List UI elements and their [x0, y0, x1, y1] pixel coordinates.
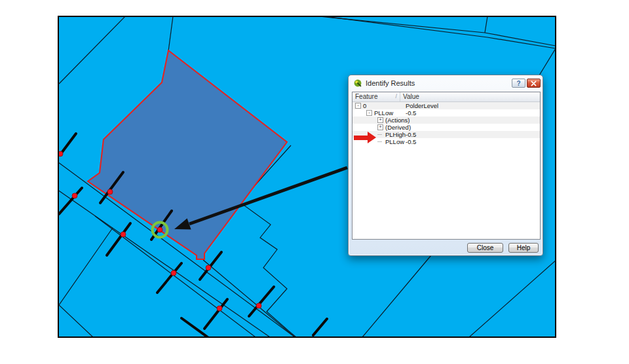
tree-row[interactable]: - PLLow -0.5	[353, 109, 540, 117]
sort-indicator-icon: /	[395, 93, 397, 101]
red-arrow-head	[368, 132, 376, 143]
expand-icon[interactable]: +	[377, 124, 383, 130]
qgis-app-icon	[353, 79, 362, 88]
identify-results-tree[interactable]: Feature / Value - 0 PolderLevel - PLLow …	[352, 92, 541, 240]
tree-header: Feature / Value	[353, 92, 540, 102]
tree-row[interactable]: + (Derived)	[353, 124, 540, 131]
collapse-icon[interactable]: -	[366, 110, 372, 116]
tree-row[interactable]: PLLow -0.5	[353, 138, 540, 145]
value-cell: -0.5	[400, 109, 416, 117]
collapse-icon[interactable]: -	[355, 103, 361, 109]
tree-rows: - 0 PolderLevel - PLLow -0.5 + (Actions)…	[353, 102, 540, 145]
value-cell: -0.5	[400, 131, 416, 138]
column-header-feature[interactable]: Feature /	[353, 92, 400, 101]
column-header-value[interactable]: Value	[400, 92, 422, 101]
tree-row[interactable]: PLHigh -0.5	[353, 131, 540, 138]
tree-branch-line	[377, 132, 383, 137]
red-arrow-annotation	[354, 132, 376, 143]
tree-row[interactable]: - 0 PolderLevel	[353, 102, 540, 109]
dialog-title: Identify Results	[366, 79, 415, 87]
titlebar-help-button[interactable]: ?	[512, 79, 525, 88]
close-icon	[531, 81, 537, 86]
feature-cell: PLLow	[374, 109, 393, 117]
tree-row[interactable]: + (Actions)	[353, 117, 540, 124]
feature-cell: (Derived)	[385, 124, 411, 131]
identify-results-dialog: Identify Results ? Feature / Value - 0	[348, 75, 543, 256]
tree-branch-line	[377, 139, 383, 145]
feature-cell: (Actions)	[385, 117, 410, 124]
feature-cell: 0	[363, 102, 366, 109]
help-button[interactable]: Help	[508, 243, 539, 253]
value-cell: -0.5	[400, 138, 416, 145]
desktop-background: Identify Results ? Feature / Value - 0	[0, 0, 629, 364]
close-button[interactable]: Close	[467, 243, 503, 253]
dialog-titlebar[interactable]: Identify Results ?	[349, 75, 543, 90]
value-cell: PolderLevel	[400, 102, 438, 109]
feature-header-label: Feature	[355, 93, 377, 101]
titlebar-close-button[interactable]	[527, 79, 541, 88]
expand-icon[interactable]: +	[377, 117, 383, 123]
red-arrow-shaft	[354, 136, 368, 140]
